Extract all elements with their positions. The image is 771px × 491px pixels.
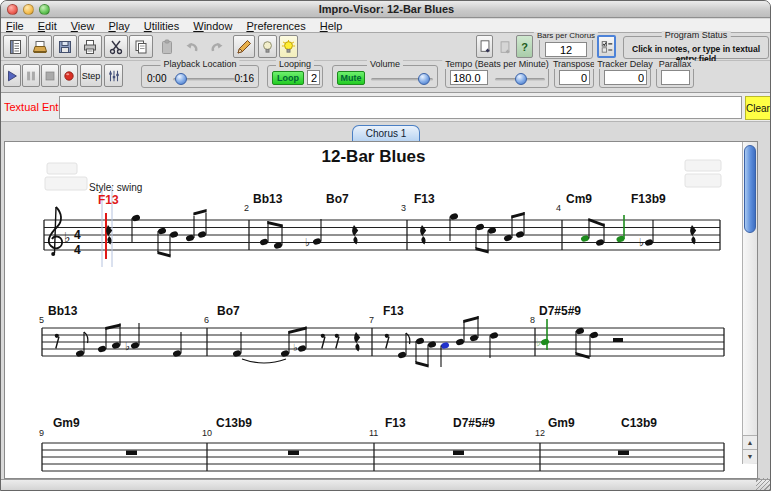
measure-number: 12 [535, 428, 545, 438]
measure-3-notes[interactable] [420, 212, 525, 254]
record-button[interactable] [60, 64, 78, 87]
key-signature-flat: ♭ [64, 229, 71, 245]
volume-slider-knob[interactable] [418, 73, 430, 85]
open-icon [32, 39, 48, 55]
scrollbar-thumb[interactable] [744, 145, 756, 233]
transpose-field[interactable] [559, 70, 590, 85]
time-signature-bottom: 4 [74, 243, 81, 257]
new-voicing-button[interactable] [476, 35, 493, 58]
voicing-disabled-icon [498, 40, 512, 55]
tempo-slider-knob[interactable] [515, 73, 527, 85]
parallax-field[interactable] [661, 70, 690, 85]
copy-icon [133, 39, 149, 55]
menu-help[interactable]: Help [320, 20, 343, 32]
tab-chorus-1[interactable]: Chorus 1 [352, 125, 420, 141]
tempo-label: Tempo (Beats per Minute) [442, 60, 552, 69]
volume-label: Volume [367, 60, 403, 69]
chord-symbol[interactable]: Bb13 [48, 304, 77, 318]
measure-6-notes[interactable]: ♭ [232, 327, 360, 364]
tempo-slider[interactable] [495, 78, 545, 81]
resize-grip[interactable] [756, 478, 770, 491]
tempo-field[interactable] [450, 70, 488, 85]
menu-play[interactable]: Play [108, 20, 129, 32]
chord-symbol[interactable]: Bo7 [217, 304, 240, 318]
transport-toolbar: Step Playback Location 0:00 0:16 Looping… [1, 61, 771, 93]
paste-icon [159, 39, 175, 55]
chord-symbol[interactable]: F13 [414, 192, 435, 206]
menu-file[interactable]: File [6, 20, 24, 32]
flat-accidental: ♭ [536, 336, 541, 348]
clear-button[interactable]: Clear [745, 96, 771, 120]
playback-end-time: 0:16 [235, 73, 254, 84]
redo-button[interactable] [207, 36, 227, 58]
pause-button[interactable] [22, 64, 40, 87]
loop-button[interactable]: Loop [272, 71, 304, 85]
chord-symbol[interactable]: Cm9 [566, 192, 592, 206]
draw-notes-button[interactable] [233, 35, 255, 58]
scroll-up-button[interactable]: ▲ [743, 435, 757, 449]
vertical-scrollbar[interactable]: ▲ ▼ [742, 142, 757, 464]
stop-icon [43, 69, 57, 83]
help-button[interactable]: ? [516, 35, 533, 58]
program-status-label: Program Status [662, 31, 731, 40]
mute-button[interactable]: Mute [337, 71, 365, 85]
play-button[interactable] [3, 64, 21, 87]
chord-symbol[interactable]: D7#5#9 [539, 304, 581, 318]
playback-slider-knob[interactable] [175, 73, 187, 85]
open-button[interactable] [28, 35, 52, 58]
checklist-button[interactable] [597, 35, 616, 58]
step-button[interactable]: Step [80, 64, 102, 87]
menu-view[interactable]: View [71, 20, 95, 32]
tracker-delay-field[interactable] [604, 70, 647, 85]
chord-symbol[interactable]: F13 [98, 193, 119, 207]
chord-symbol[interactable]: C13b9 [621, 416, 657, 430]
scroll-down-icon: ▼ [747, 453, 754, 460]
chord-symbol[interactable]: D7#5#9 [453, 416, 495, 430]
staff-system-3[interactable] [42, 443, 724, 471]
volume-slider[interactable] [371, 78, 433, 81]
chord-symbol[interactable]: F13b9 [631, 192, 666, 206]
chord-symbol[interactable]: Gm9 [53, 416, 80, 430]
chord-symbol[interactable]: Gm9 [548, 416, 575, 430]
playback-slider[interactable] [173, 78, 235, 81]
copy-button[interactable] [129, 35, 153, 58]
staff-system-1[interactable] [44, 220, 720, 250]
advice-bulb-button[interactable] [258, 35, 277, 58]
pause-icon [24, 69, 38, 83]
undo-button[interactable] [182, 36, 202, 58]
loop-count-field[interactable] [307, 70, 320, 85]
measure-8-notes[interactable]: ♭ [536, 319, 623, 359]
new-leadsheet-icon [7, 39, 23, 55]
advice-bulb-lit-button[interactable] [279, 35, 298, 58]
menu-edit[interactable]: Edit [38, 20, 57, 32]
stop-button[interactable] [41, 64, 59, 87]
menu-utilities[interactable]: Utilities [144, 20, 179, 32]
voicing-disabled-button[interactable] [496, 37, 513, 57]
scroll-down-button[interactable]: ▼ [743, 449, 757, 463]
textual-entry-input[interactable] [59, 96, 742, 119]
play-icon [5, 69, 19, 83]
transpose-group: Transpose [554, 65, 594, 88]
measure-number: 9 [39, 428, 44, 438]
chord-symbol[interactable]: F13 [383, 304, 404, 318]
menu-window[interactable]: Window [193, 20, 232, 32]
measure-2-notes[interactable]: ♭ [259, 219, 358, 250]
measure-number: 10 [202, 428, 212, 438]
looping-group: Looping Loop [267, 65, 323, 88]
menu-preferences[interactable]: Preferences [246, 20, 305, 32]
measure-number: 4 [556, 203, 561, 213]
advice-bulb-lit-icon [281, 39, 296, 55]
chord-symbol[interactable]: Bb13 [253, 192, 282, 206]
chord-symbol[interactable]: Bo7 [326, 192, 349, 206]
print-button[interactable] [78, 35, 102, 58]
new-leadsheet-button[interactable] [3, 35, 27, 58]
paste-button[interactable] [157, 36, 177, 58]
bars-per-chorus-field[interactable] [545, 42, 587, 57]
cut-button[interactable] [104, 35, 128, 58]
measure-number: 6 [204, 315, 209, 325]
save-button[interactable] [53, 35, 77, 58]
tempo-group: Tempo (Beats per Minute) [445, 65, 549, 88]
chord-symbol[interactable]: F13 [385, 416, 406, 430]
chord-symbol[interactable]: C13b9 [216, 416, 252, 430]
mixer-button[interactable] [104, 64, 123, 87]
